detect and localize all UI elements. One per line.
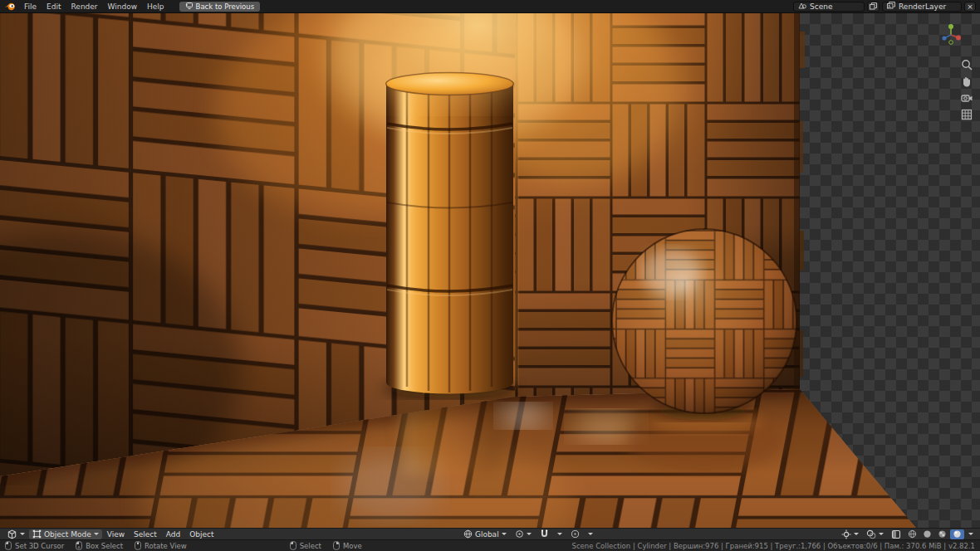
- shading-solid-button[interactable]: [920, 529, 934, 539]
- scene-stats: Scene Collection | Cylinder | Вершин:976…: [572, 542, 975, 550]
- mouse-left-icon: [5, 541, 12, 550]
- shading-wireframe-icon: [908, 529, 917, 539]
- viewport-nav-buttons: [960, 58, 973, 121]
- menu-select[interactable]: Select: [130, 530, 161, 539]
- hint-set-3d-cursor: Set 3D Cursor: [5, 541, 64, 550]
- hint-label: Rotate View: [145, 542, 187, 550]
- hint-box-select: Box Select: [76, 541, 123, 550]
- wall-edge-block: [800, 121, 803, 173]
- shading-wireframe-button[interactable]: [905, 529, 919, 539]
- shading-material-button[interactable]: [935, 529, 949, 539]
- hint-label: Box Select: [86, 542, 123, 550]
- menu-file[interactable]: File: [19, 0, 42, 12]
- menu-edit[interactable]: Edit: [42, 0, 66, 12]
- hint-label: Select: [300, 542, 321, 550]
- viewport-header: Object Mode View Select Add Object Globa…: [0, 528, 980, 539]
- gizmos-icon: [841, 529, 851, 539]
- editor-type-button[interactable]: [3, 529, 28, 539]
- blender-logo-icon[interactable]: [4, 2, 16, 11]
- camera-icon: [960, 91, 973, 105]
- mouse-left-drag-icon: [76, 541, 82, 550]
- scene-name: Scene: [810, 2, 832, 11]
- floor-specular: [341, 453, 440, 519]
- snap-toggle-button[interactable]: [537, 529, 552, 539]
- mouse-right-icon: [333, 541, 340, 550]
- editor-3d-viewport-icon: [7, 529, 17, 539]
- topbar-menus: File Edit Render Window Help: [19, 0, 169, 12]
- viewport-display-group: [838, 529, 977, 539]
- topbar: File Edit Render Window Help Back to Pre…: [0, 0, 980, 13]
- menu-object[interactable]: Object: [185, 530, 218, 539]
- gizmo-axis-y-icon: [948, 24, 953, 29]
- gizmo-axis-z-icon: [942, 36, 946, 40]
- xray-toggle[interactable]: [888, 529, 904, 539]
- view-layer-icon: [887, 2, 895, 11]
- toggle-projection-button[interactable]: [960, 108, 973, 121]
- transform-tools-group: Global: [460, 529, 596, 539]
- camera-view-button[interactable]: [960, 91, 973, 105]
- back-to-previous-label: Back to Previous: [196, 2, 255, 11]
- globe-icon: [463, 529, 473, 539]
- new-scene-button[interactable]: [867, 2, 880, 12]
- wall-edge-block: [800, 32, 805, 68]
- hint-move: Move: [333, 541, 362, 550]
- overlays-dropdown[interactable]: [863, 529, 887, 539]
- scene-icon: [798, 2, 806, 11]
- xray-icon: [891, 529, 901, 539]
- shading-settings-dropdown[interactable]: [965, 529, 977, 539]
- navigation-gizmo[interactable]: [940, 23, 962, 48]
- overlays-icon: [866, 529, 876, 539]
- menu-add[interactable]: Add: [162, 530, 184, 539]
- pan-button[interactable]: [960, 75, 973, 88]
- chevron-down-icon: [968, 533, 973, 535]
- topbar-right-group: Scene RenderLayer ×: [793, 2, 976, 12]
- wall-edge-block: [800, 330, 803, 377]
- chevron-down-icon: [557, 533, 562, 535]
- menu-view[interactable]: View: [103, 530, 129, 539]
- chevron-down-icon: [527, 533, 532, 535]
- proportional-editing-toggle[interactable]: [567, 529, 583, 539]
- status-bar: Set 3D Cursor Box Select Rotate View Sel…: [0, 539, 980, 551]
- view-layer-selector[interactable]: RenderLayer: [882, 2, 962, 12]
- gizmos-dropdown[interactable]: [838, 529, 862, 539]
- copy-icon: [870, 2, 877, 10]
- shading-rendered-button[interactable]: [950, 529, 964, 539]
- menu-help[interactable]: Help: [142, 0, 169, 12]
- chevron-down-icon: [20, 533, 25, 535]
- remove-view-layer-button[interactable]: ×: [964, 2, 976, 12]
- pan-hand-icon: [960, 75, 973, 88]
- mouse-left-icon: [290, 541, 296, 550]
- hint-label: Set 3D Cursor: [15, 542, 64, 550]
- proportional-falloff-dropdown[interactable]: [585, 529, 596, 539]
- shading-solid-icon: [923, 529, 932, 539]
- scene-selector[interactable]: Scene: [793, 2, 865, 12]
- wood-cylinder-object[interactable]: [365, 34, 532, 393]
- workspace-back-icon: [185, 2, 193, 11]
- viewport-3d-scene[interactable]: [0, 13, 980, 528]
- menu-window[interactable]: Window: [103, 0, 143, 12]
- hint-rotate-view: Rotate View: [135, 541, 187, 550]
- grid-icon: [960, 108, 973, 121]
- orientation-label: Global: [475, 530, 499, 539]
- chevron-down-icon: [588, 533, 593, 535]
- chevron-down-icon: [879, 533, 884, 535]
- viewport-3d[interactable]: [0, 13, 980, 528]
- chevron-down-icon: [502, 533, 507, 535]
- object-mode-dropdown[interactable]: Object Mode: [29, 529, 102, 539]
- object-mode-label: Object Mode: [44, 530, 91, 539]
- transform-orientation-dropdown[interactable]: Global: [460, 529, 510, 539]
- pivot-icon: [515, 529, 524, 539]
- chevron-down-icon: [854, 533, 859, 535]
- back-to-previous-button[interactable]: Back to Previous: [179, 2, 261, 12]
- wall-edge-block: [800, 231, 804, 271]
- hint-label: Move: [343, 542, 362, 550]
- zoom-button[interactable]: [960, 58, 973, 71]
- wood-sphere-object[interactable]: [612, 229, 796, 413]
- pivot-point-dropdown[interactable]: [512, 529, 535, 539]
- object-mode-icon: [32, 529, 42, 539]
- menu-render[interactable]: Render: [66, 0, 103, 12]
- snap-settings-dropdown[interactable]: [554, 529, 566, 539]
- shading-material-icon: [938, 529, 947, 539]
- hint-select: Select: [290, 541, 321, 550]
- close-icon: ×: [967, 2, 973, 11]
